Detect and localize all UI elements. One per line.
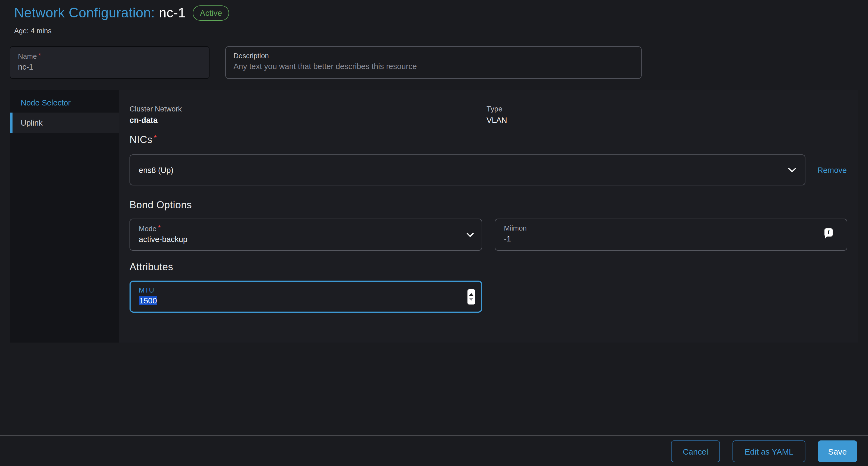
stepper-down-icon[interactable]	[469, 298, 473, 300]
name-field: Name* nc-1	[10, 46, 210, 79]
bond-mode-value: active-backup	[139, 235, 473, 243]
name-field-value: nc-1	[18, 63, 202, 71]
cluster-network-label: Cluster Network	[129, 105, 182, 113]
cancel-button[interactable]: Cancel	[671, 440, 720, 462]
type-label: Type	[487, 105, 507, 113]
type-value: VLAN	[487, 116, 507, 125]
name-field-label: Name*	[18, 52, 202, 60]
footer-divider	[0, 435, 868, 436]
nic-select-value: ens8 (Up)	[139, 166, 173, 174]
tab-node-selector[interactable]: Node Selector	[10, 93, 119, 112]
edit-as-yaml-button[interactable]: Edit as YAML	[733, 440, 805, 462]
description-field-label: Description	[234, 52, 633, 60]
status-badge: Active	[193, 5, 229, 21]
mtu-label: MTU	[139, 286, 473, 294]
cluster-network-info: Cluster Network cn-data	[129, 105, 182, 125]
required-asterisk: *	[38, 52, 41, 59]
action-footer: Cancel Edit as YAML Save	[671, 440, 857, 462]
stepper-up-icon[interactable]	[469, 293, 473, 296]
miimon-value: -1	[504, 234, 838, 243]
tab-sidebar: Node Selector Uplink	[10, 90, 119, 342]
number-stepper[interactable]	[467, 289, 475, 304]
age-text: Age: 4 mins	[14, 27, 854, 35]
attributes-row: MTU 1500	[129, 280, 482, 313]
mtu-selected-text: 1500	[139, 296, 158, 305]
description-field[interactable]: Description Any text you want that bette…	[225, 46, 642, 79]
page-title-prefix: Network Configuration:	[14, 5, 155, 20]
nics-heading: NICs*	[129, 134, 157, 146]
save-button[interactable]: Save	[818, 440, 857, 462]
miimon-field[interactable]: Miimon -1 i	[495, 219, 847, 251]
nic-select[interactable]: ens8 (Up)	[129, 155, 805, 186]
required-asterisk: *	[154, 134, 157, 142]
tab-container: Node Selector Uplink Cluster Network cn-…	[10, 90, 858, 342]
basic-fields-row: Name* nc-1 Description Any text you want…	[10, 46, 642, 79]
network-config-page: Network Configuration: nc-1 Active Age: …	[0, 0, 868, 466]
cluster-network-value: cn-data	[129, 116, 182, 125]
bond-options-row: Mode* active-backup Miimon -1 i	[129, 219, 847, 251]
chevron-down-icon	[788, 167, 796, 172]
remove-nic-button[interactable]: Remove	[817, 166, 847, 174]
miimon-label: Miimon	[504, 224, 838, 232]
chevron-down-icon	[466, 232, 474, 237]
bond-options-heading: Bond Options	[129, 199, 192, 211]
mtu-field[interactable]: MTU 1500	[129, 280, 482, 313]
header-divider	[10, 40, 858, 40]
type-info: Type VLAN	[487, 105, 507, 125]
nics-row: ens8 (Up) Remove	[129, 155, 847, 186]
mtu-value: 1500	[139, 296, 473, 305]
bond-mode-label: Mode*	[139, 224, 473, 233]
uplink-panel: Cluster Network cn-data Type VLAN NICs* …	[119, 90, 858, 342]
bond-mode-select[interactable]: Mode* active-backup	[129, 219, 482, 251]
info-tooltip-icon[interactable]: i	[825, 228, 833, 236]
page-title-resource-name: nc-1	[159, 5, 186, 20]
page-title: Network Configuration: nc-1	[14, 5, 186, 21]
description-field-placeholder: Any text you want that better describes …	[234, 62, 633, 71]
attributes-heading: Attributes	[129, 261, 173, 273]
page-header: Network Configuration: nc-1 Active Age: …	[14, 5, 854, 35]
required-asterisk: *	[158, 224, 160, 232]
tab-uplink[interactable]: Uplink	[10, 112, 119, 133]
